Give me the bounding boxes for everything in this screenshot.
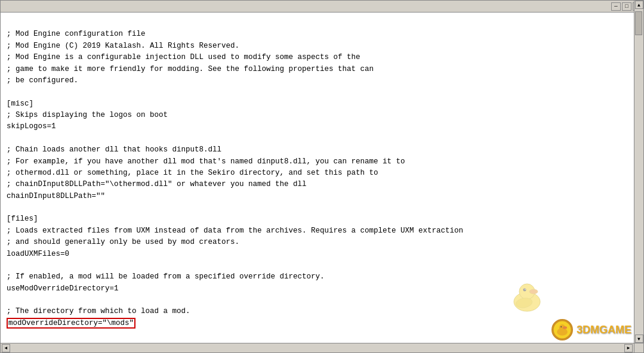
line-9: skipLogos=1 [7, 122, 56, 131]
scroll-track-vertical[interactable] [634, 9, 643, 335]
line-13: ; othermod.dll or something, place it in… [7, 169, 378, 177]
scrollbar-corner [634, 343, 643, 352]
line-26-highlighted: modOverrideDirectory="\mods" [7, 318, 135, 329]
line-20: loadUXMFiles=0 [7, 250, 69, 258]
scroll-up-button[interactable]: ▲ [635, 1, 643, 9]
duck-mascot [506, 275, 548, 317]
line-21 [7, 261, 11, 270]
vertical-scrollbar[interactable]: ▲ ▼ [634, 1, 643, 343]
line-27 [7, 330, 11, 339]
line-23: useModOverrideDirectory=1 [7, 284, 119, 293]
line-17: [files] [7, 215, 38, 223]
line-6 [7, 88, 11, 96]
line-15: chainDInput8DLLPath="" [7, 192, 105, 200]
line-10 [7, 134, 11, 143]
svg-point-2 [529, 289, 538, 294]
horizontal-scrollbar[interactable]: ◄ ► [1, 343, 634, 352]
svg-point-4 [525, 289, 526, 290]
line-25: ; The directory from which to load a mod… [7, 307, 190, 315]
line-12: ; For example, if you have another dll m… [7, 157, 405, 166]
line-3: ; Mod Engine is a configurable injection… [7, 53, 360, 61]
svg-point-9 [563, 326, 567, 329]
line-2: ; Mod Engine (C) 2019 Katalash. All Righ… [7, 42, 239, 50]
scroll-down-button[interactable]: ▼ [635, 335, 643, 343]
scroll-right-button[interactable]: ► [624, 344, 633, 352]
minimize-button[interactable]: ─ [611, 2, 621, 11]
scroll-left-button[interactable]: ◄ [2, 344, 10, 352]
line-11: ; Chain loads another dll that hooks din… [7, 145, 221, 154]
watermark-label: 3DMGAME [577, 324, 631, 336]
svg-point-3 [523, 289, 526, 292]
title-bar: ─ □ ✕ [1, 1, 643, 13]
line-8: ; Skips displaying the logos on boot [7, 111, 168, 119]
line-5: ; be configured. [7, 76, 78, 85]
editor-area[interactable]: ; Mod Engine configuration file ; Mod En… [1, 13, 643, 352]
watermark-logo [551, 319, 573, 340]
line-19: ; and should generally only be used by m… [7, 238, 239, 246]
line-14: ; chainDInput8DLLPath="\othermod.dll" or… [7, 180, 307, 188]
line-22: ; If enabled, a mod will be loaded from … [7, 273, 325, 281]
main-window: ─ □ ✕ ; Mod Engine configuration file ; … [0, 0, 644, 353]
highlighted-value: modOverrideDirectory="\mods" [7, 318, 135, 329]
h-scroll-track[interactable] [10, 343, 624, 352]
scroll-thumb-vertical[interactable] [635, 11, 642, 35]
maximize-button[interactable]: □ [622, 2, 631, 11]
line-16 [7, 203, 11, 212]
line-4: ; game to make it more friendly for modd… [7, 65, 374, 73]
watermark: 3DMGAME [551, 319, 631, 340]
line-7: [misc] [7, 100, 33, 108]
line-1: ; Mod Engine configuration file [7, 30, 146, 38]
line-24 [7, 296, 11, 304]
line-18: ; Loads extracted files from UXM instead… [7, 227, 463, 235]
svg-point-10 [560, 326, 562, 327]
